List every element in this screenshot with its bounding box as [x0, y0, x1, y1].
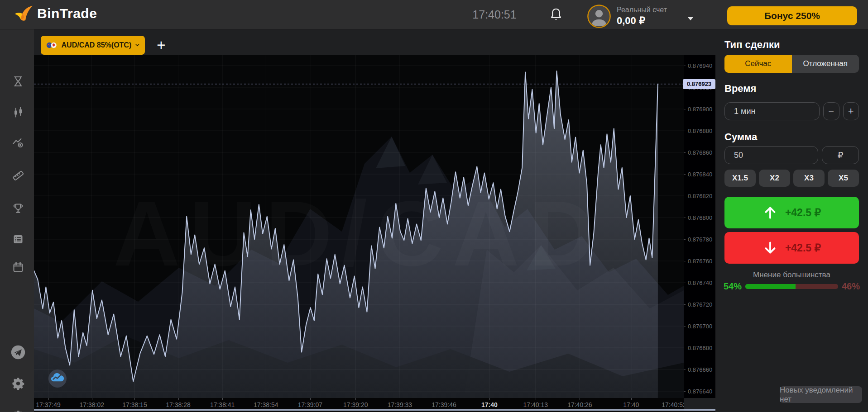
majority-bar-down — [796, 284, 838, 289]
multiplier-button[interactable]: X3 — [793, 170, 825, 187]
time-tick-label: 17:39:46 — [432, 401, 456, 408]
time-tick-label: 17:38:28 — [166, 401, 191, 408]
sidebar-item-settings[interactable] — [8, 373, 29, 394]
chart-plot — [34, 55, 684, 398]
chart-scrollbar[interactable] — [34, 409, 717, 411]
price-tick-mark — [684, 391, 686, 392]
account-type-label: Реальный счет — [617, 5, 667, 14]
sidebar-item-indicators[interactable] — [8, 133, 29, 153]
time-tick-label: 17:39:20 — [343, 401, 368, 408]
majority-title: Мнение большинства — [715, 270, 868, 279]
price-tick-mark — [684, 261, 686, 261]
price-tick-label: 0.876820 — [688, 193, 712, 199]
majority-row: 54% 46% — [724, 281, 860, 292]
trade-panel: Тип сделки СейчасОтложенная Время − + Су… — [715, 29, 868, 412]
time-tick-mark — [92, 398, 92, 400]
multiplier-button[interactable]: X5 — [828, 170, 859, 187]
majority-bar — [745, 284, 838, 289]
asset-tab-bar: AUD/CAD 85%(OTC) + — [34, 29, 715, 55]
time-input[interactable] — [724, 102, 820, 120]
amount-title: Сумма — [724, 131, 757, 143]
multiplier-button[interactable]: X2 — [759, 170, 790, 187]
trade-type-option[interactable]: Отложенная — [792, 55, 859, 73]
avatar — [587, 4, 611, 28]
trade-type-option[interactable]: Сейчас — [724, 55, 792, 73]
server-clock: 17:40:51 — [467, 8, 522, 21]
notifications-button[interactable] — [549, 7, 563, 23]
telegram-icon — [10, 345, 26, 360]
price-tick-mark — [684, 218, 686, 218]
price-tick-mark — [684, 239, 686, 240]
price-tick-label: 0.876680 — [688, 345, 712, 351]
majority-bar-up — [745, 284, 796, 289]
arrow-down-icon — [762, 240, 778, 256]
add-asset-button[interactable]: + — [151, 36, 172, 55]
chevron-down-icon — [688, 17, 693, 20]
price-tick-label: 0.876880 — [688, 128, 712, 134]
chevron-down-icon — [135, 43, 139, 47]
current-price-label: 0.876923 — [683, 79, 715, 89]
multiplier-row: X1.5X2X3X5 — [724, 170, 859, 187]
price-tick-label: 0.876840 — [688, 171, 712, 178]
trophy-icon — [12, 202, 24, 215]
price-tick-mark — [684, 283, 686, 283]
buy-down-button[interactable]: +42.5 ₽ — [724, 232, 859, 264]
sidebar — [0, 29, 34, 412]
time-tick-mark — [134, 398, 135, 400]
time-tick-mark — [266, 398, 266, 400]
price-tick-mark — [684, 326, 686, 327]
time-tick-label: 17:40 — [481, 401, 498, 408]
time-tick-label: 17:38:15 — [122, 401, 147, 408]
price-tick-label: 0.876800 — [688, 214, 712, 221]
amount-input[interactable] — [724, 146, 818, 164]
account-menu[interactable]: Реальный счет 0,00 ₽ — [587, 4, 693, 28]
ruler-icon — [12, 169, 24, 181]
sidebar-item-trash[interactable] — [8, 405, 29, 412]
sidebar-item-chart-type[interactable] — [8, 102, 29, 123]
time-tick-mark — [580, 398, 580, 400]
sidebar-item-tournaments[interactable] — [8, 198, 29, 219]
price-chart[interactable]: AUD/CAD — [34, 55, 684, 398]
asset-tab[interactable]: AUD/CAD 85%(OTC) — [41, 36, 145, 55]
majority-down-percent: 46% — [842, 281, 860, 292]
cloud-chart-icon — [48, 369, 67, 388]
price-tick-mark — [684, 131, 686, 131]
sidebar-item-history[interactable] — [8, 71, 29, 92]
time-tick-label: 17:40:52 — [662, 401, 684, 408]
bell-icon — [550, 7, 562, 22]
currency-button[interactable]: ₽ — [822, 146, 859, 164]
price-tick-label: 0.876760 — [688, 258, 712, 265]
time-tick-mark — [48, 398, 49, 400]
time-tick-label: 17:39:33 — [388, 401, 412, 408]
sidebar-item-drawing-tools[interactable] — [8, 165, 29, 185]
time-tick-mark — [536, 398, 536, 400]
trade-type-toggle: СейчасОтложенная — [724, 55, 859, 73]
trade-type-title: Тип сделки — [724, 39, 780, 51]
up-payout: +42.5 ₽ — [785, 207, 821, 219]
brand[interactable]: BinTrade — [13, 4, 97, 24]
buy-up-button[interactable]: +42.5 ₽ — [724, 197, 859, 228]
time-tick-label: 17:40:26 — [567, 401, 592, 408]
sidebar-item-orders[interactable] — [8, 229, 29, 250]
multiplier-button[interactable]: X1.5 — [724, 170, 756, 187]
time-tick-mark — [400, 398, 400, 400]
candlestick-icon — [12, 106, 24, 119]
sidebar-item-telegram[interactable] — [8, 342, 29, 363]
time-decrease-button[interactable]: − — [823, 102, 839, 120]
sidebar-item-calendar[interactable] — [8, 257, 29, 278]
time-tick-mark — [444, 398, 444, 400]
list-icon — [12, 233, 24, 246]
time-tick-label: 17:38:54 — [254, 401, 278, 408]
chart-style-button[interactable] — [48, 369, 67, 388]
time-increase-button[interactable]: + — [843, 102, 859, 120]
calendar-icon — [12, 261, 24, 274]
app-root: BinTrade 17:40:51 Реальный счет 0,00 ₽ — [0, 0, 868, 412]
notifications-toast: Новых уведомлений нет — [780, 386, 862, 403]
brand-name: BinTrade — [37, 6, 97, 21]
time-tick-mark — [674, 398, 674, 400]
bonus-button[interactable]: Бонус 250% — [727, 6, 857, 25]
arrow-up-icon — [762, 205, 778, 220]
time-tick-label: 17:40:13 — [523, 401, 548, 408]
price-tick-label: 0.876720 — [688, 301, 712, 308]
time-tick-label: 17:38:02 — [79, 401, 104, 408]
